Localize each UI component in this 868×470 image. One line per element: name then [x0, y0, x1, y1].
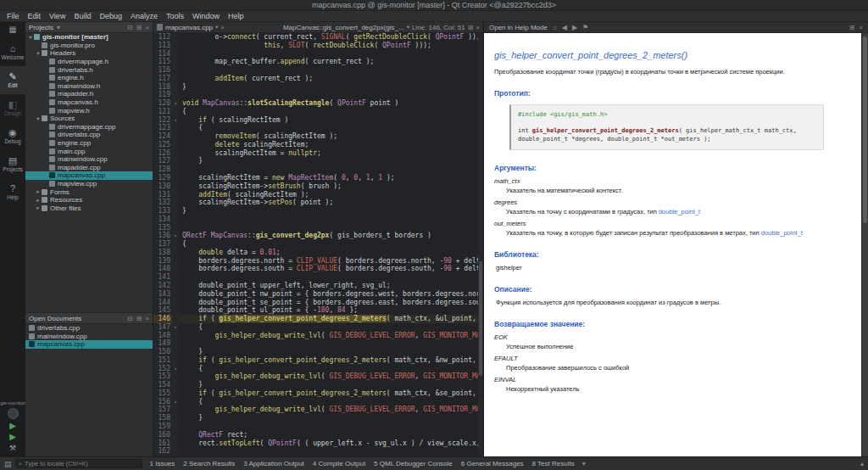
close-document-icon[interactable]: ×: [220, 24, 225, 31]
code-line-161[interactable]: 161 rect.setTopLeft( QPointF( ( upper_le…: [153, 439, 483, 448]
output-pane-application-output[interactable]: 3 Application Output: [239, 457, 309, 470]
mode-projects[interactable]: ▤Projects: [0, 150, 25, 178]
open-document-drivertabs.cpp[interactable]: drivertabs.cpp: [25, 324, 153, 333]
code-line-126[interactable]: 126 scalingRectItem = nullptr;: [153, 149, 483, 158]
pane-overflow-chevron-icon[interactable]: ▾: [582, 460, 586, 467]
build-button[interactable]: ⚒: [9, 444, 16, 452]
tree-item-engine.h[interactable]: engine.h: [25, 74, 153, 82]
mode-edit[interactable]: ✎Edit: [0, 66, 25, 94]
tree-item-drivertabs.cpp[interactable]: drivertabs.cpp: [25, 131, 153, 139]
code-line-129[interactable]: 129 scalingRectItem = new MapRectItem( 0…: [153, 174, 483, 182]
close-panel-icon[interactable]: ×: [145, 24, 149, 31]
filter-icon[interactable]: ⊟: [127, 315, 133, 322]
code-line-122[interactable]: 122▾ if ( scalingRectItem ): [153, 116, 483, 125]
doc-link[interactable]: double_point_t: [659, 208, 700, 215]
menu-item-view[interactable]: View: [45, 12, 70, 20]
locator-input[interactable]: [25, 460, 139, 467]
code-line-150[interactable]: 150 }: [153, 348, 483, 356]
code-line-114[interactable]: 114: [153, 50, 483, 59]
code-line-152[interactable]: 152▾ {: [153, 365, 483, 373]
split-panel-icon[interactable]: ⊞: [136, 315, 142, 322]
mode-welcome[interactable]: ⌂Welcome: [0, 38, 25, 66]
code-line-131[interactable]: 131 addItem( scalingRectItem );: [153, 191, 483, 199]
code-line-149[interactable]: 149: [153, 339, 483, 348]
locator-box[interactable]: ⌕: [15, 459, 142, 468]
code-line-162[interactable]: 162: [153, 447, 483, 456]
code-line-146[interactable]: 146 if ( gis_helper_convert_point_degree…: [153, 315, 483, 323]
code-line-136[interactable]: 136▾QRectF MapCanvas::gis_convert_deg2px…: [153, 232, 483, 240]
menu-item-analyze[interactable]: Analyze: [126, 12, 162, 20]
code-line-155[interactable]: 155 if ( gis_helper_convert_point_degree…: [153, 389, 483, 398]
fold-chevron-icon[interactable]: ▾: [172, 232, 179, 240]
chevron-right-icon[interactable]: ▸: [35, 197, 42, 204]
open-in-help-mode-button[interactable]: Open in Help Mode: [489, 24, 548, 31]
open-document-mapcanvas.cpp[interactable]: mapcanvas.cpp: [25, 340, 153, 349]
output-pane-compile-output[interactable]: 4 Compile Output: [309, 457, 370, 470]
fold-chevron-icon[interactable]: ▾: [172, 398, 179, 406]
help-scrollbar[interactable]: [861, 33, 868, 456]
code-line-133[interactable]: 133}: [153, 207, 483, 215]
tree-item-gis-monitor.pro[interactable]: gis-monitor.pro: [25, 42, 153, 50]
tree-item-forms[interactable]: ▸Forms: [25, 187, 153, 196]
code-line-144[interactable]: 144 double_point_t se_point = { borders.…: [153, 299, 483, 307]
tree-item-resources[interactable]: ▸Resources: [25, 196, 153, 204]
tree-item-engine.cpp[interactable]: engine.cpp: [25, 139, 153, 148]
output-pane-qml-debugger-console[interactable]: 5 QML Debugger Console: [370, 457, 457, 470]
tree-item-sources[interactable]: ▾Sources: [25, 115, 153, 123]
tree-item-main.cpp[interactable]: main.cpp: [25, 147, 153, 155]
menu-item-debug[interactable]: Debug: [95, 12, 126, 20]
close-split-icon[interactable]: ×: [476, 24, 480, 31]
tree-item-other-files[interactable]: ▸Other files: [25, 204, 153, 212]
debug-run-button[interactable]: ▶: [9, 433, 16, 441]
tree-item-mapadder.h[interactable]: mapadder.h: [25, 90, 153, 98]
code-line-112[interactable]: 112 o->connect( current_rect, SIGNAL( ge…: [153, 33, 483, 42]
menu-item-edit[interactable]: Edit: [24, 12, 46, 20]
fold-chevron-icon[interactable]: ▾: [172, 99, 179, 108]
code-line-125[interactable]: 125 delete scalingRectItem;: [153, 141, 483, 149]
tree-item-drivermappage.cpp[interactable]: drivermappage.cpp: [25, 123, 153, 131]
code-line-156[interactable]: 156▾ {: [153, 398, 483, 406]
tree-item-mainwindow.cpp[interactable]: mainwindow.cpp: [25, 155, 153, 164]
chevron-down-icon[interactable]: ▾: [407, 24, 409, 31]
code-line-159[interactable]: 159: [153, 422, 483, 431]
code-line-121[interactable]: 121{: [153, 108, 483, 116]
chevron-down-icon[interactable]: ▾: [27, 34, 34, 41]
split-editor-icon[interactable]: ⊞: [849, 24, 855, 31]
chevron-right-icon[interactable]: ▸: [35, 188, 42, 195]
split-panel-icon[interactable]: ⊞: [136, 24, 142, 31]
tree-item-mapcanvas.h[interactable]: mapcanvas.h: [25, 98, 153, 107]
filter-icon[interactable]: ⊟: [127, 24, 133, 31]
tree-item-gis-monitor-master-[interactable]: ▾gis-monitor [master]: [25, 33, 153, 42]
mode-help[interactable]: ?Help: [0, 178, 25, 206]
back-icon[interactable]: ◀: [562, 24, 567, 31]
menu-item-window[interactable]: Window: [188, 12, 224, 20]
menu-item-file[interactable]: File: [3, 12, 24, 20]
mode-design[interactable]: ◧Design: [0, 94, 25, 122]
tree-item-drivermappage.h[interactable]: drivermappage.h: [25, 58, 153, 66]
fold-chevron-icon[interactable]: ▾: [172, 365, 179, 373]
split-editor-icon[interactable]: ⊞: [468, 24, 474, 31]
code-line-116[interactable]: 116: [153, 66, 483, 75]
code-line-137[interactable]: 137{: [153, 240, 483, 249]
fold-chevron-icon[interactable]: ▾: [172, 323, 179, 332]
code-line-139[interactable]: 139 borders.degrees.north = CLIP_VALUE( …: [153, 257, 483, 266]
mode-debug[interactable]: ◉Debug: [0, 122, 25, 150]
output-pane-test-results[interactable]: 8 Test Results: [528, 457, 579, 470]
tree-item-drivertabs.h[interactable]: drivertabs.h: [25, 65, 153, 74]
code-line-117[interactable]: 117 addItem( current_rect );: [153, 75, 483, 83]
tree-item-headers[interactable]: ▾Headers: [25, 49, 153, 58]
code-line-127[interactable]: 127 }: [153, 157, 483, 165]
code-line-113[interactable]: 113 this, SLOT( rectDoubleClick( QPointF…: [153, 42, 483, 50]
run-button[interactable]: ▶: [9, 422, 16, 430]
scrollbar-thumb[interactable]: [863, 36, 867, 223]
code-line-135[interactable]: 135: [153, 224, 483, 232]
code-line-138[interactable]: 138 double delta = 0.01;: [153, 249, 483, 257]
code-line-123[interactable]: 123 {: [153, 124, 483, 132]
code-line-147[interactable]: 147▾ {: [153, 323, 483, 332]
menu-item-build[interactable]: Build: [70, 12, 95, 20]
code-line-118[interactable]: 118}: [153, 83, 483, 92]
code-line-145[interactable]: 145 double_point_t ul_point = { -180, 84…: [153, 306, 483, 315]
tree-item-mapview.h[interactable]: mapview.h: [25, 106, 153, 115]
output-pane-general-messages[interactable]: 6 General Messages: [457, 457, 528, 470]
tree-item-mainwindow.h[interactable]: mainwindow.h: [25, 82, 153, 91]
